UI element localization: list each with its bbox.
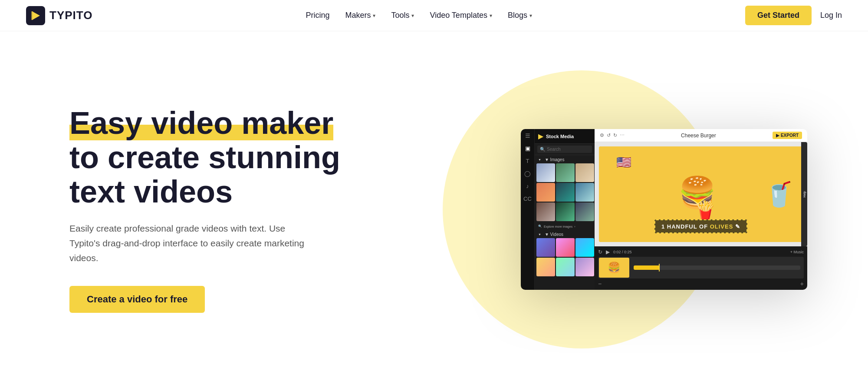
nav-pricing[interactable]: Pricing (306, 11, 329, 20)
image-thumb[interactable] (556, 183, 575, 202)
canvas-title: Cheese Burger (681, 133, 716, 139)
nav-tools[interactable]: Tools ▾ (391, 11, 414, 20)
editor-mockup: ☰ ▣ T ◯ ♪ CC ▶ Stock Media 🔍 Search (521, 129, 816, 290)
image-thumb[interactable] (536, 183, 555, 202)
login-button[interactable]: Log In (820, 11, 842, 20)
image-thumb[interactable] (556, 202, 575, 221)
get-started-button[interactable]: Get Started (745, 6, 812, 25)
nav-actions: Get Started Log In (745, 6, 842, 25)
logo-link[interactable]: TYPITO (26, 6, 92, 25)
export-icon: ▶ (776, 133, 779, 138)
video-grid (535, 238, 595, 278)
timeline-time: 0:02 / 0:25 (613, 250, 632, 254)
hero-subtitle: Easily create professional grade videos … (69, 221, 312, 265)
cta-button[interactable]: Create a video for free (69, 286, 205, 313)
chevron-down-icon: ▾ (529, 13, 532, 19)
sidebar-title: Stock Media (546, 134, 574, 139)
hero-section: Easy video maker to create stunning text… (0, 31, 868, 388)
canvas-text-overlay[interactable]: 1 HANDFUL OF OLIVES ✎ (654, 219, 747, 233)
hero-title-highlight: Easy video maker (69, 106, 333, 140)
video-thumb[interactable] (575, 258, 594, 276)
chevron-down-icon: ▾ (411, 13, 414, 19)
topbar-icons: ⚙ ↺ ↻ ⋯ (600, 133, 625, 138)
timeline-playhead (659, 264, 660, 272)
timeline-track: 🍔 (598, 257, 804, 279)
canvas-area: 🇺🇸 🥤 🍔 🍟 1 HANDFUL OF OLIVES ✎ (595, 142, 807, 246)
logo-icon (26, 6, 45, 25)
explore-more-images[interactable]: 🔍 Explore more images › (535, 223, 595, 230)
timeline-progress-bar (634, 265, 800, 270)
zoom-out-button[interactable]: − (598, 280, 602, 287)
timeline: ↻ ▶ 0:02 / 0:25 + Music 🍔 (595, 246, 807, 290)
arrow-right-icon: › (574, 225, 575, 228)
export-button[interactable]: ▶ EXPORT (773, 132, 802, 139)
editor-right-panel: ⚙ ↺ ↻ ⋯ Cheese Burger ▶ EXPORT (595, 129, 807, 290)
search-placeholder: Search (547, 147, 561, 152)
hero-content: Easy video maker to create stunning text… (69, 106, 340, 313)
image-thumb[interactable] (556, 163, 575, 182)
canvas-text: 1 HANDFUL OF OLIVES ✎ (661, 223, 740, 230)
help-label: Help (803, 191, 806, 197)
video-thumb[interactable] (536, 258, 555, 276)
images-section-label: ▼ Images (535, 155, 595, 163)
text-icon[interactable]: T (526, 158, 529, 164)
timeline-zoom: − + (598, 280, 804, 287)
help-panel[interactable]: Help (801, 142, 807, 246)
nav-blogs[interactable]: Blogs ▾ (508, 11, 532, 20)
video-thumb[interactable] (536, 238, 555, 257)
sidebar-header: ▶ Stock Media (535, 129, 595, 144)
canvas-text-highlight: OLIVES (710, 223, 733, 230)
video-thumb[interactable] (556, 258, 575, 276)
chevron-down-icon: ▾ (490, 13, 492, 19)
editor-topbar: ⚙ ↺ ↻ ⋯ Cheese Burger ▶ EXPORT (595, 129, 807, 142)
tools-column: ☰ ▣ T ◯ ♪ CC (521, 129, 535, 290)
mockup-inner: ☰ ▣ T ◯ ♪ CC ▶ Stock Media 🔍 Search (521, 129, 807, 290)
hero-title: Easy video maker to create stunning text… (69, 106, 340, 209)
timeline-music-label[interactable]: + Music (790, 250, 804, 254)
image-thumb[interactable] (536, 202, 555, 221)
image-grid (535, 163, 595, 223)
nav-links: Pricing Makers ▾ Tools ▾ Video Templates… (306, 11, 532, 20)
stock-media-icon: ▶ (538, 132, 543, 140)
svg-marker-0 (32, 11, 40, 20)
search-bar[interactable]: 🔍 Search (537, 146, 592, 153)
logo-text: TYPITO (49, 9, 92, 22)
shapes-icon[interactable]: ◯ (524, 170, 531, 177)
nav-makers[interactable]: Makers ▾ (345, 11, 375, 20)
stock-media-sidebar: ▶ Stock Media 🔍 Search ▼ Images (535, 129, 595, 290)
timeline-controls: ↻ ▶ 0:02 / 0:25 + Music (598, 249, 804, 255)
image-thumb[interactable] (575, 163, 594, 182)
settings-icon[interactable]: ⚙ (600, 133, 604, 138)
nav-video-templates[interactable]: Video Templates ▾ (430, 11, 492, 20)
timeline-loop-button[interactable]: ↻ (598, 249, 602, 255)
music-icon[interactable]: ♪ (526, 183, 529, 189)
svg-rect-1 (31, 11, 33, 20)
search-icon: 🔍 (540, 147, 545, 152)
navbar: TYPITO Pricing Makers ▾ Tools ▾ Video Te… (0, 0, 868, 31)
timeline-thumbnail: 🍔 (599, 258, 629, 278)
search-row: 🔍 Search (535, 144, 595, 155)
timeline-play-button[interactable]: ▶ (606, 249, 610, 255)
image-thumb[interactable] (575, 183, 594, 202)
chevron-down-icon: ▾ (373, 13, 375, 19)
timeline-bar-area[interactable] (630, 257, 804, 279)
image-thumb[interactable] (536, 163, 555, 182)
redo-icon[interactable]: ↻ (613, 133, 617, 138)
layers-icon[interactable]: ▣ (525, 145, 530, 152)
canvas-preview: 🇺🇸 🥤 🍔 🍟 1 HANDFUL OF OLIVES ✎ (599, 146, 803, 242)
video-thumb[interactable] (556, 238, 575, 257)
video-thumb[interactable] (575, 238, 594, 257)
explore-icon: 🔍 (538, 225, 542, 228)
more-icon[interactable]: ⋯ (620, 133, 625, 138)
undo-icon[interactable]: ↺ (607, 133, 611, 138)
videos-section-label: ▼ Videos (535, 230, 595, 238)
flag-icon: 🇺🇸 (616, 155, 631, 169)
captions-icon[interactable]: CC (523, 196, 532, 202)
hamburger-menu-icon[interactable]: ☰ (525, 133, 530, 139)
image-thumb[interactable] (575, 202, 594, 221)
fries-icon: 🍟 (694, 200, 716, 220)
cup-icon: 🥤 (764, 180, 794, 209)
zoom-in-button[interactable]: + (800, 280, 804, 287)
